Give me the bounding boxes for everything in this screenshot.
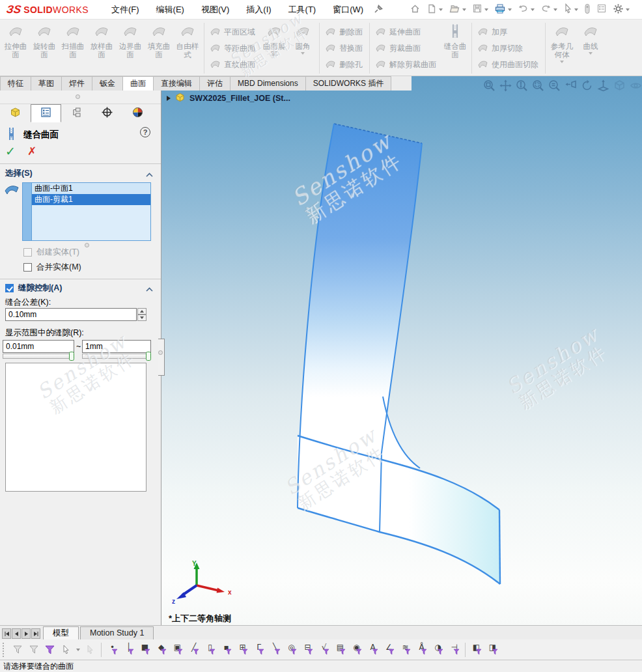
zoom-to-fit-icon[interactable] — [482, 78, 496, 92]
dropdown-caret[interactable] — [439, 8, 443, 11]
help-button[interactable]: ? — [140, 127, 150, 137]
panel-tab-displaymanager[interactable] — [122, 104, 153, 122]
zoom-in-out-icon[interactable] — [514, 78, 529, 92]
cancel-button[interactable]: ✗ — [27, 145, 36, 158]
dropdown-caret[interactable] — [484, 8, 488, 11]
dropdown-caret[interactable] — [553, 8, 557, 11]
pin-menu-icon[interactable] — [373, 5, 383, 14]
filter-edges-icon[interactable]: │ — [120, 641, 137, 658]
filter-weldment-icon[interactable]: ◧ — [468, 641, 484, 658]
collapse-chevron-icon[interactable] — [146, 170, 153, 179]
select-cursor-button[interactable] — [561, 2, 580, 17]
dropdown-caret[interactable] — [589, 52, 593, 55]
gap-range-max-input[interactable] — [82, 340, 151, 353]
panel-tab-propertymanager[interactable] — [31, 104, 61, 122]
gap-control-checkbox[interactable] — [5, 284, 14, 292]
ribbon-reference-geometry-button[interactable]: 参考几何体 — [548, 21, 576, 63]
display-style-icon[interactable] — [612, 78, 626, 92]
toggle-selection-filters-icon[interactable] — [42, 641, 58, 658]
open-file-button[interactable] — [447, 2, 468, 17]
ribbon-knit-surface-button[interactable]: 缝合曲面 — [441, 21, 469, 59]
flyout-tree-arrow-icon[interactable] — [167, 96, 171, 101]
ribbon-fillet-button[interactable]: 圆角 — [288, 21, 317, 55]
select-other-icon[interactable] — [82, 641, 98, 658]
next-tab-icon[interactable] — [21, 628, 31, 639]
filter-connection-points-icon[interactable]: ⊣ — [446, 641, 462, 658]
merge-entities-checkbox[interactable] — [23, 263, 32, 272]
options-list-button[interactable] — [594, 2, 609, 17]
tab-评估[interactable]: 评估 — [199, 76, 230, 91]
ribbon-extrude-surface-button[interactable]: 拉伸曲面 — [1, 21, 30, 59]
menu-item-1[interactable]: 编辑(E) — [148, 0, 193, 19]
select-cursor-icon[interactable] — [58, 641, 74, 658]
filter-surface-bodies-icon[interactable]: ◆ — [153, 641, 169, 658]
ribbon-cut-with-surface-button[interactable]: 使用曲面切除 — [474, 57, 543, 73]
filter-axes-icon[interactable]: ╱ — [186, 641, 202, 658]
splitter-dot[interactable] — [76, 94, 80, 99]
ribbon-replace-face-button[interactable]: 替换面 — [322, 40, 367, 57]
pan-icon[interactable] — [498, 78, 512, 92]
panel-tab-dimxpertmanager[interactable] — [92, 104, 122, 122]
filter-faces-icon[interactable]: ■ — [137, 641, 153, 658]
dropdown-caret[interactable] — [531, 8, 535, 11]
dropdown-caret[interactable] — [508, 8, 512, 11]
filter-angle-dimensions-icon[interactable]: Å — [413, 641, 430, 658]
ribbon-revolve-surface-button[interactable]: 旋转曲面 — [30, 21, 59, 59]
filter-annotations-icon[interactable]: A — [365, 641, 381, 658]
filter-origins-icon[interactable]: ▪ — [218, 641, 234, 658]
filter-magnified-notes-icon[interactable]: ◉ — [348, 641, 365, 658]
dropdown-caret[interactable] — [301, 52, 305, 55]
tab-SOLIDWORKS 插件[interactable]: SOLIDWORKS 插件 — [305, 76, 392, 91]
tab-草图[interactable]: 草图 — [31, 76, 62, 91]
menu-item-4[interactable]: 工具(T) — [280, 0, 325, 19]
zoom-to-selection-icon[interactable] — [547, 78, 561, 92]
filter-datum-targets-icon[interactable]: ∠ — [381, 641, 397, 658]
tab-曲面[interactable]: 曲面 — [122, 76, 154, 91]
panel-flyout-tab[interactable] — [158, 339, 165, 376]
view-orientation-icon[interactable] — [596, 78, 610, 92]
settings-gear-button[interactable] — [611, 2, 632, 18]
panel-tab-featuremanager-tree[interactable] — [0, 104, 31, 122]
ribbon-freeform-button[interactable]: 自由样式 — [173, 21, 202, 59]
surface-list-item[interactable]: 曲面-剪裁1 — [32, 194, 150, 205]
gap-range-max-slider[interactable] — [82, 354, 151, 359]
prev-tab-icon[interactable] — [12, 628, 21, 639]
ribbon-extend-surface-button[interactable]: 延伸曲面 — [372, 24, 441, 40]
menu-item-2[interactable]: 视图(V) — [193, 0, 238, 19]
ribbon-boundary-surface-button[interactable]: 边界曲面 — [116, 21, 145, 59]
new-file-button[interactable] — [425, 2, 445, 18]
flyout-dot[interactable] — [158, 350, 163, 355]
tab-MBD Dimensions[interactable]: MBD Dimensions — [230, 76, 306, 91]
filter-options-icon[interactable] — [25, 641, 42, 658]
home-button[interactable] — [408, 2, 423, 18]
slider-handle[interactable] — [69, 352, 74, 361]
touch-mode-button[interactable] — [582, 2, 593, 18]
gap-range-min-input[interactable] — [3, 340, 74, 353]
tab-焊件[interactable]: 焊件 — [61, 76, 92, 91]
spinner-up-icon[interactable] — [137, 308, 147, 315]
filter-sketch-contours-icon[interactable]: Γ — [251, 641, 267, 658]
knit-selection-list[interactable]: 曲面-中面1曲面-剪裁1 — [22, 182, 151, 241]
redo-button[interactable] — [538, 2, 559, 17]
filter-center-marks-icon[interactable]: ◎ — [283, 641, 300, 658]
surface-model[interactable] — [161, 76, 642, 626]
filter-balance-references-icon[interactable]: ◑ — [430, 641, 446, 658]
breadcrumb[interactable]: SWX2025_Fillet_JOE (St... — [167, 92, 290, 105]
spinner-down-icon[interactable] — [137, 315, 147, 321]
zoom-to-area-icon[interactable] — [531, 78, 545, 92]
ok-button[interactable]: ✓ — [5, 145, 16, 158]
dropdown-caret[interactable] — [462, 8, 466, 11]
tolerance-spinner[interactable] — [137, 308, 147, 321]
ribbon-planar-surface-button[interactable]: 平面区域 — [206, 24, 260, 40]
list-resize-dot[interactable] — [85, 243, 89, 247]
dropdown-caret[interactable] — [574, 8, 578, 11]
hide-show-items-icon[interactable] — [628, 78, 642, 92]
clear-selection-filter-icon[interactable] — [9, 641, 25, 658]
print-button[interactable] — [492, 2, 514, 18]
gap-range-min-slider[interactable] — [3, 354, 74, 359]
rotate-view-icon[interactable] — [579, 78, 594, 92]
swoosh-right-edge[interactable] — [499, 510, 500, 584]
graphics-area[interactable]: SWX2025_Fillet_JOE (St... Y x z *上下二等角轴测 — [161, 76, 642, 626]
filter-vertices-icon[interactable]: • — [104, 641, 120, 658]
filter-weld-symbols-icon[interactable]: ≋ — [397, 641, 413, 658]
